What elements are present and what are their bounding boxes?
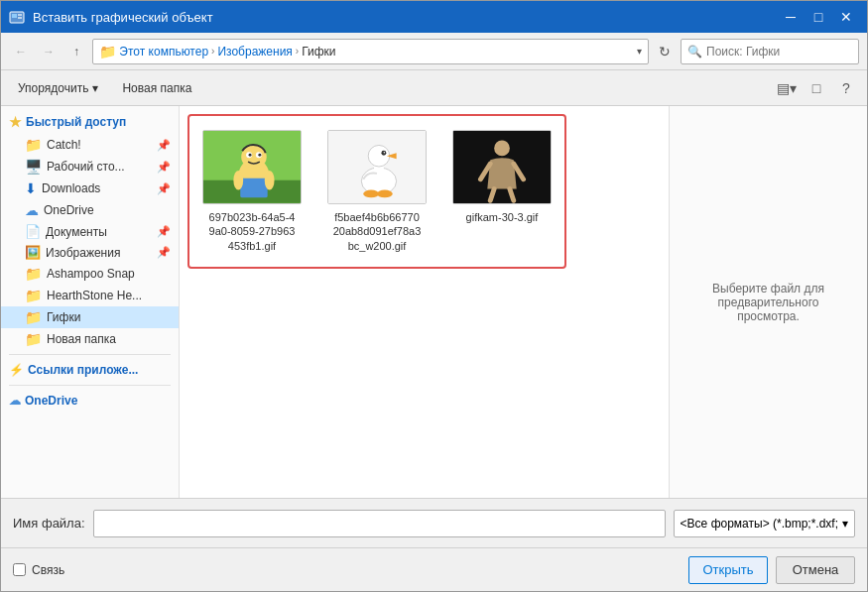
search-input[interactable]	[706, 45, 855, 59]
organize-button[interactable]: Упорядочить ▾	[9, 75, 107, 101]
sidebar-item-gifs[interactable]: 📁 Гифки	[1, 306, 179, 328]
title-bar-controls: ─ □ ✕	[778, 5, 859, 29]
sidebar-item-images[interactable]: 🖼️ Изображения 📌	[1, 242, 179, 263]
sidebar: ★ Быстрый доступ 📁 Catch! 📌 🖥️ Рабочий с…	[1, 106, 180, 498]
svg-point-13	[233, 171, 243, 190]
link-checkbox[interactable]	[13, 563, 26, 576]
svg-rect-1	[12, 14, 17, 18]
breadcrumb-folder-icon: 📁	[99, 44, 116, 59]
title-bar-title: Вставить графический объект	[33, 10, 778, 25]
img-icon: 🖼️	[25, 245, 41, 260]
doc-icon: 📄	[25, 224, 41, 239]
file-item-simpsons[interactable]: 697b023b-64a5-49a0-8059-27b963453fb1.gif	[197, 124, 307, 259]
filename-duck: f5baef4b6b6677020ab8d091ef78a3bc_w200.gi…	[333, 210, 422, 253]
sidebar-item-ashampoo[interactable]: 📁 Ashampoo Snap	[1, 263, 179, 285]
pin-icon: 📌	[157, 139, 171, 152]
svg-rect-2	[18, 14, 22, 16]
search-box: 🔍	[681, 39, 859, 64]
filename-person: gifkam-30-3.gif	[466, 210, 539, 224]
svg-point-18	[368, 145, 390, 167]
folder-icon-4: 📁	[25, 309, 42, 325]
sidebar-item-downloads[interactable]: ⬇ Downloads 📌	[1, 178, 179, 199]
breadcrumb-images[interactable]: Изображения	[217, 45, 292, 59]
thumbnail-duck	[327, 130, 427, 204]
svg-point-22	[363, 190, 379, 198]
folder-icon-2: 📁	[25, 266, 42, 282]
sidebar-item-onedrive-quick[interactable]: ☁ OneDrive	[1, 199, 179, 221]
pin-icon-4: 📌	[157, 225, 171, 238]
sidebar-item-docs[interactable]: 📄 Документы 📌	[1, 221, 179, 242]
sidebar-item-newfolder[interactable]: 📁 Новая папка	[1, 328, 179, 350]
view-dropdown-button[interactable]: ▤ ▾	[774, 75, 800, 101]
svg-point-14	[265, 171, 275, 190]
address-bar: ← → ↑ 📁 Этот компьютер › Изображения › Г…	[1, 33, 867, 70]
help-button[interactable]: ?	[833, 75, 859, 101]
selected-group: 697b023b-64a5-49a0-8059-27b963453fb1.gif	[187, 114, 566, 269]
download-icon: ⬇	[25, 180, 37, 196]
title-bar-icon	[9, 9, 25, 25]
pin-icon-3: 📌	[157, 182, 171, 195]
bottom-bar: Имя файла: <Все форматы> (*.bmp;*.dxf; ▾	[1, 498, 867, 547]
folder-icon-5: 📁	[25, 331, 42, 347]
back-button[interactable]: ←	[9, 40, 33, 63]
thumbnail-simpsons	[202, 130, 302, 204]
svg-rect-3	[18, 17, 22, 19]
breadcrumb-thispc[interactable]: Этот компьютер	[119, 45, 208, 59]
folder-blue-icon: 🖥️	[25, 159, 42, 175]
pin-icon-2: 📌	[157, 161, 171, 174]
onedrive-header[interactable]: ☁ OneDrive	[1, 390, 179, 412]
svg-point-10	[249, 154, 252, 157]
file-item-duck[interactable]: f5baef4b6b6677020ab8d091ef78a3bc_w200.gi…	[322, 124, 432, 259]
sidebar-divider-1	[9, 354, 171, 355]
preview-panel: Выберите файл для предварительного просм…	[669, 106, 867, 498]
checkbox-area: Связь	[13, 563, 64, 577]
svg-rect-12	[240, 178, 267, 198]
file-item-person[interactable]: gifkam-30-3.gif	[447, 124, 557, 230]
dialog-window: Вставить графический объект ─ □ ✕ ← → ↑ …	[0, 0, 868, 592]
quick-access-header[interactable]: ★ Быстрый доступ	[1, 110, 179, 134]
main-content: ★ Быстрый доступ 📁 Catch! 📌 🖥️ Рабочий с…	[1, 106, 867, 498]
link-checkbox-label[interactable]: Связь	[32, 563, 64, 577]
refresh-button[interactable]: ↻	[653, 40, 677, 63]
open-button[interactable]: Открыть	[688, 556, 768, 584]
folder-icon-3: 📁	[25, 288, 42, 303]
svg-point-11	[258, 154, 261, 157]
file-area[interactable]: 697b023b-64a5-49a0-8059-27b963453fb1.gif	[180, 106, 669, 498]
toolbar: Упорядочить ▾ Новая папка ▤ ▾ □ ?	[1, 70, 867, 106]
action-row: Связь Открыть Отмена	[1, 547, 867, 591]
svg-point-21	[384, 152, 386, 154]
breadcrumb-current: Гифки	[302, 45, 335, 59]
maximize-button[interactable]: □	[806, 5, 831, 29]
minimize-button[interactable]: ─	[778, 5, 804, 29]
folder-icon: 📁	[25, 137, 42, 153]
quick-access-group: ★ Быстрый доступ 📁 Catch! 📌 🖥️ Рабочий с…	[1, 110, 179, 350]
window-button[interactable]: □	[804, 75, 829, 101]
thumbnail-person	[452, 130, 552, 204]
sidebar-divider-2	[9, 385, 171, 386]
breadcrumb: 📁 Этот компьютер › Изображения › Гифки ▾	[92, 39, 649, 64]
new-folder-button[interactable]: Новая папка	[113, 75, 200, 101]
sidebar-item-desktop[interactable]: 🖥️ Рабочий сто... 📌	[1, 156, 179, 178]
pin-icon-5: 📌	[157, 246, 171, 259]
cloud-icon: ☁	[25, 202, 39, 218]
cancel-button[interactable]: Отмена	[776, 556, 855, 584]
forward-button[interactable]: →	[37, 40, 61, 63]
star-icon: ★	[9, 114, 22, 130]
toolbar-right: ▤ ▾ □ ?	[774, 75, 859, 101]
filename-simpsons: 697b023b-64a5-49a0-8059-27b963453fb1.gif	[209, 210, 296, 253]
app-links-header[interactable]: ⚡ Ссылки приложе...	[1, 359, 179, 381]
svg-point-25	[494, 141, 510, 157]
filetype-dropdown[interactable]: <Все форматы> (*.bmp;*.dxf; ▾	[674, 510, 855, 537]
breadcrumb-dropdown-arrow[interactable]: ▾	[637, 46, 642, 57]
up-button[interactable]: ↑	[64, 40, 88, 63]
close-button[interactable]: ✕	[833, 5, 859, 29]
filename-label: Имя файла:	[13, 516, 85, 531]
sidebar-item-hearthstone[interactable]: 📁 HearthStone He...	[1, 285, 179, 306]
preview-text: Выберите файл для предварительного просм…	[685, 282, 851, 323]
svg-point-23	[377, 190, 393, 198]
title-bar: Вставить графический объект ─ □ ✕	[1, 1, 867, 33]
search-icon: 🔍	[687, 45, 702, 59]
filename-input[interactable]	[93, 510, 666, 537]
sidebar-item-catch[interactable]: 📁 Catch! 📌	[1, 134, 179, 156]
